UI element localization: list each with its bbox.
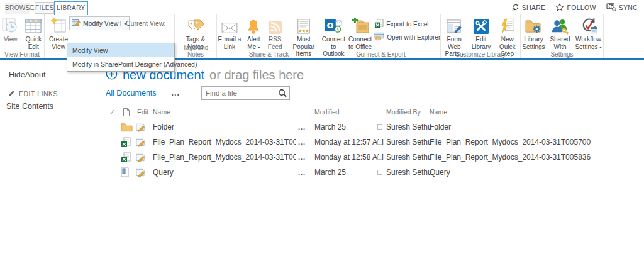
presence-indicator [377,119,382,135]
tab-files[interactable]: FILES [35,2,54,14]
menu-item-modify-view[interactable]: Modify View [67,43,174,57]
ribbon-group-label: Share & Track [217,51,321,58]
edit-library-button[interactable]: Edit Library [470,16,493,50]
form-web-parts-icon [446,16,463,36]
bell-icon [247,16,260,36]
sidebar-item-hideabout[interactable]: HideAbout [9,70,45,79]
open-with-explorer-button[interactable]: Open with Explorer [374,32,440,42]
follow-label: FOLLOW [567,4,596,11]
ribbon-group-label: Settings [521,51,603,58]
tab-library[interactable]: LIBRARY [54,1,88,15]
document-name-link[interactable]: Folder [153,119,174,135]
query-file-icon[interactable] [121,165,129,180]
modified-by-link[interactable]: Suresh Sethu [386,119,432,135]
table-row: Folder ... March 25 Suresh Sethu Folder [106,119,644,135]
edit-links-button[interactable]: EDIT LINKS [8,89,58,98]
view-selector-all-documents[interactable]: All Documents [106,89,157,97]
rss-icon [268,16,282,36]
item-menu-ellipsis[interactable]: ... [298,119,306,135]
sync-label: SYNC [619,4,638,11]
edit-document-icon[interactable] [135,119,145,135]
search-input[interactable] [201,86,290,100]
excel-icon [374,19,384,30]
modify-view-button[interactable]: Modify View ▼ [69,16,130,30]
quick-edit-button[interactable]: Quick Edit [23,16,45,50]
pencil-icon [8,89,16,98]
tab-browse[interactable]: BROWSE [5,3,30,14]
explorer-icon [374,32,384,42]
modified-by-link[interactable]: Suresh Sethu [386,165,432,180]
ribbon-group-label: Connect & Export [321,51,440,58]
shared-with-button[interactable]: Shared With [548,16,572,50]
popular-items-icon [296,16,311,36]
library-settings-button[interactable]: Library Settings [521,16,547,50]
workflow-settings-button[interactable]: Workflow Settings - [574,16,603,50]
modified-by-link[interactable]: Suresh Sethu [386,135,432,150]
ribbon-group-share-track: E-mail a Link Alert Me - RSS Feed Most P… [217,14,321,58]
quick-step-icon [499,16,516,36]
column-header-edit[interactable]: Edit [137,104,148,119]
list-toolbar: All Documents ... [106,86,290,100]
view-options-ellipsis[interactable]: ... [172,89,180,97]
table-header-row: ✓ Edit Name Modified Modified By Name [106,104,644,119]
excel-file-icon[interactable] [121,135,131,150]
library-settings-icon [525,16,543,36]
document-name-link[interactable]: File_Plan_Report_Mydocs_2014-03-31T00583… [153,150,296,165]
quick-edit-icon [25,16,42,36]
modified-value: Monday at 12:58 AM [314,150,384,165]
rss-feed-button[interactable]: RSS Feed [265,16,285,50]
create-view-icon [50,16,67,36]
view-button[interactable]: View [0,16,21,43]
current-view-label: Current View: [126,19,165,27]
presence-indicator [377,165,382,180]
folder-icon[interactable] [121,119,133,135]
follow-button[interactable]: FOLLOW [555,3,596,13]
table-row: File_Plan_Report_Mydocs_2014-03-31T00570… [106,135,644,150]
sharepoint-library-page: BROWSE FILES LIBRARY SHARE FOLLOW SYNC [0,0,644,254]
alert-me-button[interactable]: Alert Me - [244,16,264,50]
sidebar-item-site-contents[interactable]: Site Contents [6,102,53,111]
ribbon-group-view-format: View Quick Edit View Format [0,14,45,58]
column-header-name2[interactable]: Name [430,104,447,119]
modified-by-link[interactable]: Suresh Sethu [386,150,432,165]
ribbon-group-tags-notes: Tags & Notes Tags and Notes [175,14,217,58]
table-row: File_Plan_Report_Mydocs_2014-03-31T00583… [106,150,644,165]
workflow-settings-icon [580,16,597,36]
document-type-header-icon[interactable] [123,104,130,119]
share-label: SHARE [522,4,546,11]
ribbon-group-customize-library: Form Web Parts - Edit Library New Quick … [441,14,521,58]
modified-value: Monday at 12:57 AM [314,135,384,150]
edit-document-icon[interactable] [135,165,145,180]
item-menu-ellipsis[interactable]: ... [298,165,306,180]
rss-feed-label: RSS Feed [266,36,284,50]
item-menu-ellipsis[interactable]: ... [298,150,306,165]
shared-with-icon [551,16,569,36]
search-icon[interactable] [278,89,287,100]
edit-document-icon[interactable] [135,135,145,150]
edit-document-icon[interactable] [135,150,145,165]
column-header-modified-by[interactable]: Modified By [386,104,421,119]
name2-value: Query [430,165,450,180]
document-name-link[interactable]: Query [153,165,174,180]
star-icon [555,3,564,13]
sync-button[interactable]: SYNC [606,3,638,13]
edit-links-label: EDIT LINKS [19,90,58,97]
suite-actions: SHARE FOLLOW SYNC [511,2,638,13]
share-button[interactable]: SHARE [511,3,546,13]
table-row: Query ... March 25 Suresh Sethu Query [106,165,644,180]
envelope-icon [221,16,238,36]
open-with-explorer-label: Open with Explorer [387,34,440,41]
item-menu-ellipsis[interactable]: ... [298,135,306,150]
shared-with-label: Shared With [549,36,572,50]
document-name-link[interactable]: File_Plan_Report_Mydocs_2014-03-31T00570… [153,135,296,150]
ribbon-group-label: View Format [0,51,44,58]
excel-file-icon[interactable] [121,150,131,165]
email-link-button[interactable]: E-mail a Link [217,16,242,50]
view-label: View [4,36,18,43]
column-header-name[interactable]: Name [153,104,170,119]
menu-item-modify-in-designer[interactable]: Modify in SharePoint Designer (Advanced) [67,57,174,71]
export-to-excel-button[interactable]: Export to Excel [374,19,440,30]
office-folder-icon [351,16,370,36]
column-header-modified[interactable]: Modified [314,104,340,119]
select-all-checkmark[interactable]: ✓ [109,104,115,119]
